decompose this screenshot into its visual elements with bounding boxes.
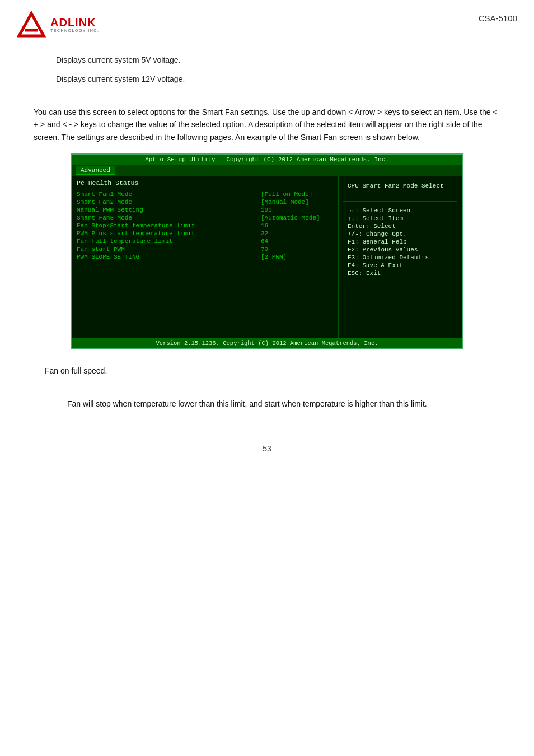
intro-paragraph: You can use this screen to select option… xyxy=(34,106,500,143)
bios-screen: Aptio Setup Utility – Copyright (C) 2012… xyxy=(71,153,463,349)
bios-right-title: CPU Smart Fan2 Mode Select xyxy=(348,183,453,189)
bios-rows-container: Smart Fan1 Mode[Full on Mode]Smart Fan2 … xyxy=(77,191,334,260)
bios-row-label: Smart Fan3 Mode xyxy=(77,214,261,221)
logo-adlink-label: ADLINK xyxy=(50,16,99,29)
bios-help-row: F3: Optimized Defaults xyxy=(348,254,453,261)
bios-row-label: Fan Stop/Start temperature limit xyxy=(77,222,261,229)
bios-row-label: PWM SLOPE SETTING xyxy=(77,254,261,260)
bios-row-value: [Full on Mode] xyxy=(261,191,334,198)
bios-help-row: ↑↓: Select Item xyxy=(348,215,453,222)
bios-row-value: 64 xyxy=(261,238,334,245)
fan-temp-note: Fan will stop when temperature lower tha… xyxy=(67,398,500,410)
bios-row-label: Smart Fan2 Mode xyxy=(77,199,261,206)
bios-help-row: F4: Save & Exit xyxy=(348,262,453,269)
bios-row: PWM-Plus start temperature limit32 xyxy=(77,230,334,237)
bios-row-value: 100 xyxy=(261,207,334,213)
lower-content: Fan on full speed. Fan will stop when te… xyxy=(0,366,534,410)
bios-help-container: →←: Select Screen↑↓: Select ItemEnter: S… xyxy=(348,207,453,277)
bios-right-top: CPU Smart Fan2 Mode Select xyxy=(343,179,457,202)
logo-subtitle-label: TECHNOLOGY INC. xyxy=(50,29,99,33)
svg-marker-0 xyxy=(19,13,44,36)
desc-5v: Displays current system 5V voltage. xyxy=(56,55,500,64)
adlink-logo-icon xyxy=(17,10,46,39)
bios-row: PWM SLOPE SETTING[2 PWM] xyxy=(77,254,334,260)
bios-row: Fan Stop/Start temperature limit16 xyxy=(77,222,334,229)
bios-row: Fan full temperature limit64 xyxy=(77,238,334,245)
desc-12v: Displays current system 12V voltage. xyxy=(56,74,500,83)
product-code: CSA-5100 xyxy=(479,13,517,23)
bios-help-row: +/-: Change Opt. xyxy=(348,231,453,237)
bios-row: Fan start PWM70 xyxy=(77,246,334,253)
bios-row-value: [2 PWM] xyxy=(261,254,334,260)
bios-section-title: Pc Health Status xyxy=(77,179,334,186)
bios-row: Manual PWM Setting100 xyxy=(77,207,334,213)
bios-row-value: 16 xyxy=(261,222,334,229)
bios-row-label: Manual PWM Setting xyxy=(77,207,261,213)
bios-help-row: F2: Previous Values xyxy=(348,246,453,253)
page-content: Displays current system 5V voltage. Disp… xyxy=(0,55,534,349)
bios-help-row: Enter: Select xyxy=(348,223,453,230)
bios-row: Smart Fan2 Mode[Manual Mode] xyxy=(77,199,334,206)
bios-right-bottom: →←: Select Screen↑↓: Select ItemEnter: S… xyxy=(343,202,457,282)
bios-row: Smart Fan1 Mode[Full on Mode] xyxy=(77,191,334,198)
fan-speed-note: Fan on full speed. xyxy=(45,366,500,375)
bios-right-panel: CPU Smart Fan2 Mode Select →←: Select Sc… xyxy=(339,176,462,338)
bios-body: Pc Health Status Smart Fan1 Mode[Full on… xyxy=(72,176,462,338)
bios-row-value: [Automatic Mode] xyxy=(261,214,334,221)
page-header: ADLINK TECHNOLOGY INC. CSA-5100 xyxy=(0,0,534,45)
header-divider xyxy=(17,45,517,45)
bios-help-row: ESC: Exit xyxy=(348,270,453,277)
bios-help-row: F1: General Help xyxy=(348,239,453,245)
bios-footer: Version 2.15.1236. Copyright (C) 2012 Am… xyxy=(72,338,462,348)
bios-row-label: Smart Fan1 Mode xyxy=(77,191,261,198)
bios-row-label: PWM-Plus start temperature limit xyxy=(77,230,261,237)
logo-text: ADLINK TECHNOLOGY INC. xyxy=(50,16,99,33)
logo: ADLINK TECHNOLOGY INC. xyxy=(17,10,99,39)
bios-tab-bar: Advanced xyxy=(72,165,462,176)
bios-row-value: 70 xyxy=(261,246,334,253)
page-number: 53 xyxy=(0,444,534,470)
bios-title-bar: Aptio Setup Utility – Copyright (C) 2012… xyxy=(72,155,462,165)
bios-left-panel: Pc Health Status Smart Fan1 Mode[Full on… xyxy=(72,176,339,338)
bios-tab-advanced: Advanced xyxy=(76,166,115,175)
bios-row-value: 32 xyxy=(261,230,334,237)
bios-row-label: Fan start PWM xyxy=(77,246,261,253)
bios-row-label: Fan full temperature limit xyxy=(77,238,261,245)
bios-row-value: [Manual Mode] xyxy=(261,199,334,206)
bios-row: Smart Fan3 Mode[Automatic Mode] xyxy=(77,214,334,221)
bios-help-row: →←: Select Screen xyxy=(348,207,453,214)
